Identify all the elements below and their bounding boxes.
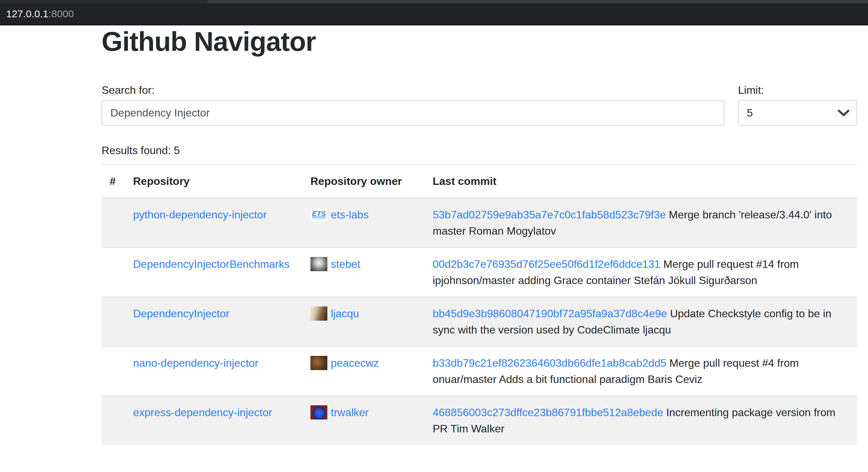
url-port: :8000 [48, 8, 74, 20]
repositories-table: # Repository Repository owner Last commi… [102, 164, 857, 445]
repository-link[interactable]: express-dependency-injector [133, 406, 272, 419]
browser-active-tab[interactable] [0, 0, 208, 3]
results-count: Results found: 5 [102, 144, 857, 157]
browser-window: 127.0.0.1:8000 Github Navigator Search f… [0, 0, 868, 472]
column-header-repository: Repository [125, 165, 302, 198]
repository-link[interactable]: nano-dependency-injector [133, 357, 258, 369]
search-label: Search for: [102, 84, 724, 96]
owner-avatar [310, 306, 327, 321]
table-row: nano-dependency-injector peacecwz b33db7… [102, 346, 857, 396]
limit-label: Limit: [738, 84, 857, 96]
search-field-group: Search for: [102, 84, 724, 126]
commit-hash-link[interactable]: bb45d9e3b98608047190bf72a95fa9a37d8c4e9e [433, 307, 667, 320]
url-host: 127.0.0.1 [6, 8, 48, 20]
ets-logo-text: ETS [312, 210, 326, 217]
table-row: python-dependency-injector ETS ets-labs … [102, 198, 857, 248]
row-number-cell [102, 346, 125, 396]
search-input[interactable] [102, 100, 724, 126]
column-header-last-commit: Last commit [425, 165, 857, 198]
limit-field-group: Limit: 5 [738, 84, 857, 126]
row-number-cell [102, 248, 125, 297]
table-row: express-dependency-injector trwalker 468… [102, 396, 857, 445]
repository-link[interactable]: DependencyInjector [133, 307, 230, 320]
owner-avatar [310, 356, 327, 370]
table-header-row: # Repository Repository owner Last commi… [102, 165, 857, 198]
owner-link[interactable]: trwalker [331, 404, 369, 421]
commit-hash-link[interactable]: b33db79c21ef8262364603db66dfe1ab8cab2dd5 [433, 357, 666, 369]
repository-link[interactable]: python-dependency-injector [133, 209, 267, 221]
browser-tab-strip [0, 0, 868, 3]
owner-link[interactable]: peacecwz [331, 355, 379, 371]
browser-url-bar[interactable]: 127.0.0.1:8000 [0, 3, 868, 25]
owner-avatar [310, 405, 327, 420]
owner-link[interactable]: stebet [331, 256, 360, 272]
table-row: DependencyInjector ljacqu bb45d9e3b98608… [102, 297, 857, 346]
search-form: Search for: Limit: 5 [102, 84, 857, 126]
page-title: Github Navigator [102, 25, 857, 58]
column-header-owner: Repository owner [302, 165, 425, 198]
row-number-cell [102, 396, 125, 445]
commit-hash-link[interactable]: 53b7ad02759e9ab35a7e7c0c1fab58d523c79f3e [433, 209, 666, 221]
repository-link[interactable]: DependencyInjectorBenchmarks [133, 258, 289, 270]
table-row: DependencyInjectorBenchmarks stebet 00d2… [102, 248, 857, 297]
owner-avatar: ETS [310, 209, 327, 221]
commit-hash-link[interactable]: 468856003c273dffce23b86791fbbe512a8ebede [433, 406, 663, 419]
page-content: Github Navigator Search for: Limit: 5 Re… [102, 25, 857, 445]
owner-link[interactable]: ljacqu [331, 305, 359, 322]
limit-select[interactable]: 5 [738, 100, 857, 126]
row-number-cell [102, 297, 125, 346]
owner-avatar [310, 257, 327, 271]
column-header-number: # [102, 165, 125, 198]
commit-hash-link[interactable]: 00d2b3c7e76935d76f25ee50f6d1f2ef6ddce131 [433, 258, 660, 270]
owner-link[interactable]: ets-labs [331, 207, 369, 223]
row-number-cell [102, 198, 125, 248]
